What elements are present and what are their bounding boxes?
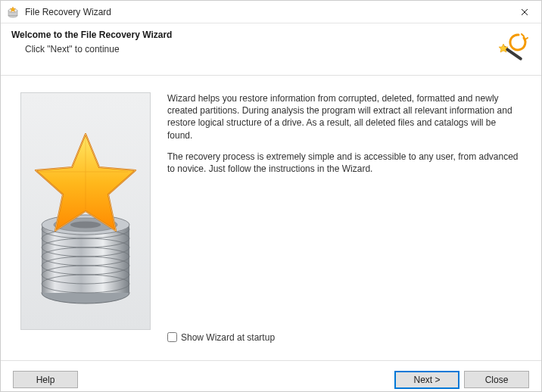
page-heading: Welcome to the File Recovery Wizard bbox=[11, 30, 494, 40]
titlebar: File Recovery Wizard bbox=[1, 1, 541, 23]
close-button[interactable] bbox=[507, 1, 541, 23]
app-icon bbox=[7, 6, 19, 18]
show-at-startup-row: Show Wizard at startup bbox=[167, 331, 522, 347]
window-title: File Recovery Wizard bbox=[25, 7, 507, 17]
content-area: Wizard helps you restore information fro… bbox=[1, 76, 541, 360]
magic-wand-icon bbox=[494, 30, 531, 66]
help-button[interactable]: Help bbox=[13, 371, 78, 388]
show-at-startup-label[interactable]: Show Wizard at startup bbox=[181, 331, 275, 344]
next-button[interactable]: Next > bbox=[394, 371, 459, 389]
footer-bar: Help Next > Close bbox=[1, 360, 541, 392]
header-text-block: Welcome to the File Recovery Wizard Clic… bbox=[11, 30, 494, 54]
svg-point-15 bbox=[70, 222, 101, 229]
intro-paragraph-1: Wizard helps you restore information fro… bbox=[167, 92, 522, 142]
page-subheading: Click "Next" to continue bbox=[11, 44, 494, 54]
wizard-header: Welcome to the File Recovery Wizard Clic… bbox=[1, 23, 541, 75]
show-at-startup-checkbox[interactable] bbox=[167, 332, 177, 342]
close-footer-button[interactable]: Close bbox=[464, 371, 529, 388]
body-text-block: Wizard helps you restore information fro… bbox=[167, 92, 522, 347]
side-illustration bbox=[20, 92, 151, 330]
intro-paragraph-2: The recovery process is extremely simple… bbox=[167, 151, 522, 175]
